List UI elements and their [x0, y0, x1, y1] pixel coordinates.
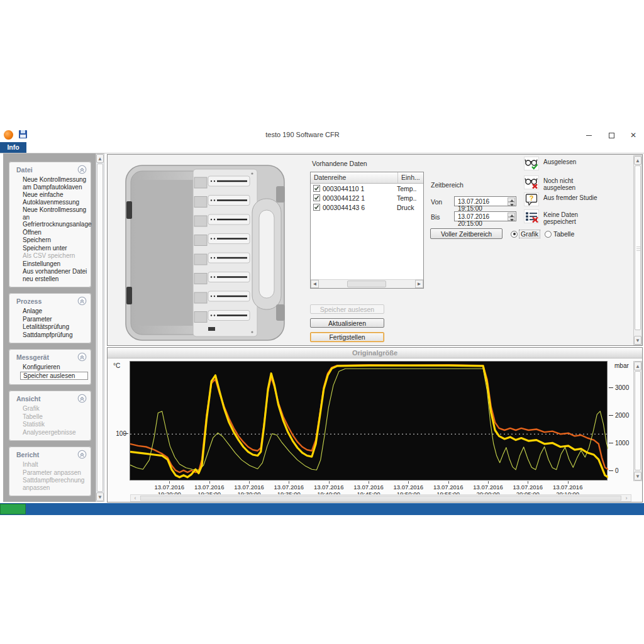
sidebar-item-sattdampfberechnung-anpassen: Sattdampfberechnung anpassen	[10, 477, 90, 491]
sidebar-item-neue-einfache-autoklavenmessung[interactable]: Neue einfache Autoklavenmessung	[10, 191, 90, 206]
section-title: Bericht	[10, 450, 90, 460]
bis-datetime-input[interactable]: 13.07.2016 20:15:00	[454, 211, 516, 221]
sidebar-item-neue-kontrollmessung-an-gefriertrocknungsanlage[interactable]: Neue Kontrollmessung an Gefriertrocknung…	[10, 206, 90, 228]
sidebar-item-inhalt: Inhalt	[10, 461, 90, 469]
panel-vertical-scrollbar[interactable]: ▲ ▼	[633, 155, 642, 345]
sidebar-item-einstellungen[interactable]: Einstellungen	[10, 260, 90, 268]
scrollbar-thumb[interactable]	[347, 280, 386, 287]
status-indicator	[0, 504, 26, 514]
full-time-range-button[interactable]: Voller Zeitbereich	[430, 228, 502, 239]
sidebar-item-sattdampfpruefung[interactable]: Sattdampfprüfung	[10, 331, 90, 339]
sidebar-item-neue-kontrollmessung-am-dampfautoklaven[interactable]: Neue Kontrollmessung am Dampfautoklaven	[10, 176, 90, 191]
checkbox-checked-icon[interactable]	[313, 194, 320, 201]
right-axis-tick-label: 0	[615, 467, 633, 474]
collapse-chevron-icon[interactable]	[77, 450, 87, 459]
scrollbar-thumb[interactable]	[97, 164, 103, 492]
sidebar-item-grafik: Grafik	[10, 405, 90, 413]
existing-data-label: Vorhandene Daten	[312, 160, 367, 167]
sidebar-item-letalitaetspruefung[interactable]: Letalitätsprüfung	[10, 323, 90, 331]
sidebar-item-oeffnen[interactable]: Öffnen	[10, 229, 90, 236]
collapse-chevron-icon[interactable]	[77, 394, 87, 403]
sidebar-item-speichern-unter[interactable]: Speichern unter	[10, 245, 90, 252]
scroll-down-icon[interactable]: ▼	[634, 336, 641, 345]
scroll-right-icon[interactable]: ►	[415, 280, 423, 288]
close-button[interactable]: ✕	[626, 130, 640, 141]
data-series-name: 0003044110 1	[323, 185, 397, 192]
radio-tabelle[interactable]: Tabelle	[545, 230, 574, 238]
chart-horizontal-scrollbar[interactable]: ‹ ›	[130, 494, 631, 502]
table-row[interactable]: 0003044122 1Temp..	[311, 193, 423, 203]
right-axis-tick-label: 3000	[615, 384, 633, 391]
sidebar-item-speichern[interactable]: Speichern	[10, 236, 90, 244]
legend-item-keine-daten-gespeichert: Keine Daten gespeichert	[524, 209, 600, 225]
scroll-right-icon[interactable]: ›	[622, 495, 631, 501]
section-title: Messgerät	[10, 352, 90, 363]
sidebar-section-messgeraet: MessgerätKonfigurierenSpeicher auslesen	[9, 349, 91, 385]
von-spinner[interactable]	[508, 197, 515, 206]
chart-panel: Originalgröße °C mbar 100 3000200010000 …	[107, 347, 643, 502]
collapse-chevron-icon[interactable]	[77, 352, 87, 362]
von-datetime-input[interactable]: 13.07.2016 19:15:00	[454, 196, 516, 206]
glasses-check-icon	[524, 157, 539, 170]
bis-value: 13.07.2016 20:15:00	[458, 213, 489, 227]
minimize-button[interactable]	[582, 130, 596, 141]
checkbox-checked-icon[interactable]	[313, 185, 320, 192]
scroll-left-icon[interactable]: ‹	[131, 495, 140, 501]
radio-selected-icon	[511, 231, 518, 238]
sidebar-item-als-csv-speichern: Als CSV speichern	[10, 252, 90, 260]
scroll-left-icon[interactable]: ◄	[311, 280, 319, 288]
table-row[interactable]: 0003044143 6Druck	[311, 203, 423, 212]
data-series-unit: Temp..	[397, 194, 417, 202]
scrollbar-thumb[interactable]	[635, 165, 641, 330]
column-header-datenreihe[interactable]: Datenreihe	[311, 172, 398, 183]
status-bar	[0, 503, 644, 515]
data-series-unit: Druck	[397, 204, 414, 211]
scrollbar-thumb[interactable]	[635, 371, 641, 470]
column-header-einheit[interactable]: Einh...	[398, 172, 423, 183]
scroll-down-icon[interactable]: ▼	[634, 472, 641, 480]
sidebar-item-anlage[interactable]: Anlage	[10, 308, 90, 315]
legend-label: Noch nicht ausgelesen	[543, 175, 600, 191]
app-window: testo 190 Software CFR ✕ Info DateiNeue …	[0, 0, 644, 644]
legend-item-aus-fremder-studie: ?Aus fremder Studie	[524, 192, 600, 206]
tab-info[interactable]: Info	[0, 142, 26, 153]
scroll-up-icon[interactable]: ▲	[634, 362, 641, 370]
checkbox-checked-icon[interactable]	[313, 204, 320, 211]
titlebar: testo 190 Software CFR ✕	[0, 128, 644, 142]
legend-item-ausgelesen: Ausgelesen	[524, 157, 600, 170]
sidebar-item-parameter-anpassen: Parameter anpassen	[10, 469, 90, 477]
table-horizontal-scrollbar[interactable]: ◄ ►	[311, 279, 423, 288]
speech-question-icon: ?	[524, 192, 539, 206]
series-0003044122-1-temp	[130, 365, 608, 477]
speicher-auslesen-button[interactable]: Speicher auslesen	[310, 304, 384, 314]
sidebar-scrollbar[interactable]: ▲ ▼	[96, 153, 104, 502]
bis-label: Bis	[431, 213, 440, 221]
section-title: Datei	[10, 165, 90, 175]
minimize-icon	[586, 135, 592, 136]
sidebar-item-aus-vorhandener-datei-neu-erstellen[interactable]: Aus vorhandener Datei neu erstellen	[10, 268, 90, 282]
sidebar-item-speicher-auslesen[interactable]: Speicher auslesen	[20, 372, 88, 380]
bis-spinner[interactable]	[508, 213, 515, 221]
radio-grafik[interactable]: Grafik	[511, 230, 540, 238]
scroll-up-icon[interactable]: ▲	[96, 154, 104, 163]
von-value: 13.07.2016 19:15:00	[458, 198, 489, 212]
scrollbar-thumb[interactable]	[140, 496, 621, 501]
time-range-label: Zeitbereich	[431, 181, 464, 189]
chart-plot-area[interactable]	[130, 361, 608, 480]
aktualisieren-button[interactable]: Aktualisieren	[310, 318, 384, 328]
collapse-chevron-icon[interactable]	[77, 165, 87, 174]
sidebar-item-konfigurieren[interactable]: Konfigurieren	[10, 364, 90, 371]
collapse-chevron-icon[interactable]	[77, 296, 87, 306]
radio-grafik-label: Grafik	[519, 230, 540, 238]
sidebar-item-parameter[interactable]: Parameter	[10, 316, 90, 323]
maximize-button[interactable]	[604, 130, 618, 141]
scroll-down-icon[interactable]: ▼	[96, 492, 104, 501]
table-row[interactable]: 0003044110 1Temp..	[311, 184, 423, 193]
sidebar-section-ansicht: AnsichtGrafikTabelleStatistikAnalyseerge…	[9, 391, 91, 441]
scroll-up-icon[interactable]: ▲	[634, 156, 641, 165]
chart-vertical-scrollbar[interactable]: ▲ ▼	[633, 361, 642, 481]
sidebar-item-analyseergebnisse: Analyseergebnisse	[10, 429, 90, 436]
svg-text:?: ?	[530, 194, 534, 202]
fertigstellen-button[interactable]: Fertigstellen	[310, 332, 384, 342]
window-title: testo 190 Software CFR	[0, 131, 605, 138]
